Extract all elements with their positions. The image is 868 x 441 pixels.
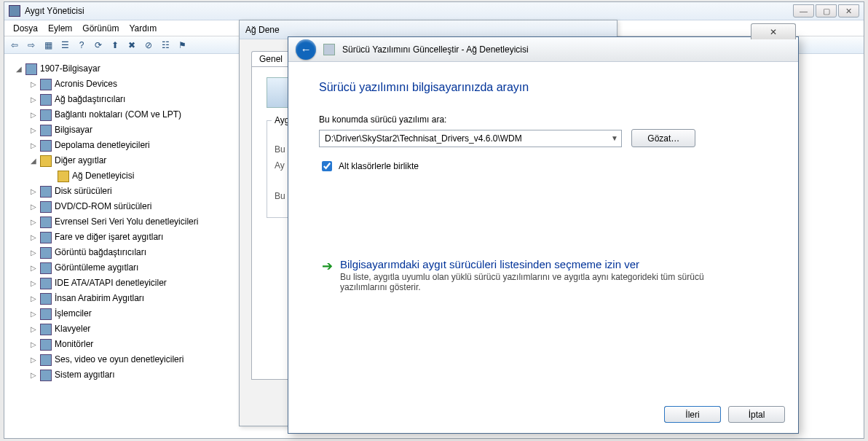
expand-icon[interactable]: ▷	[29, 356, 37, 364]
window-title: Aygıt Yöneticisi	[25, 6, 793, 16]
collapse-icon[interactable]: ◢	[15, 65, 23, 73]
subfolders-label: Alt klasörlerle birlikte	[339, 161, 419, 171]
expand-icon[interactable]: ▷	[29, 218, 37, 226]
expand-icon[interactable]: ▷	[29, 141, 37, 149]
warning-device-icon	[58, 171, 69, 182]
wizard-header: ← Sürücü Yazılımını Güncelleştir - Ağ De…	[288, 37, 798, 62]
device-icon	[40, 247, 52, 259]
expand-icon[interactable]: ▷	[29, 310, 37, 318]
subfolders-checkbox[interactable]	[322, 161, 332, 171]
menu-action[interactable]: Eylem	[48, 23, 72, 34]
option-desc: Bu liste, aygıtla uyumlu olan yüklü sürü…	[340, 272, 733, 292]
cancel-button[interactable]: İptal	[728, 406, 785, 423]
minimize-button[interactable]: —	[793, 4, 814, 17]
disable-icon[interactable]: ⊘	[143, 39, 154, 51]
expand-icon[interactable]: ▷	[29, 371, 37, 379]
devices-icon[interactable]: ☷	[159, 39, 171, 51]
computer-icon	[25, 63, 37, 75]
properties-title: Ağ Dene	[245, 25, 280, 35]
maximize-button[interactable]: ▢	[816, 4, 837, 17]
expand-icon[interactable]: ▷	[29, 80, 37, 88]
driver-path-combobox[interactable]: D:\Driver\SkyStar2\Technisat_Drivers_v4.…	[319, 130, 622, 147]
wizard-heading: Sürücü yazılımını bilgisayarınızda arayı…	[319, 81, 768, 94]
expand-icon[interactable]: ▷	[29, 294, 37, 303]
path-label: Bu konumda sürücü yazılımı ara:	[319, 114, 768, 125]
option-title: Bilgisayarımdaki aygıt sürücüleri listes…	[340, 258, 733, 270]
device-icon	[40, 339, 52, 351]
device-icon	[40, 308, 52, 320]
expand-icon[interactable]: ▷	[29, 325, 37, 333]
resources-icon[interactable]: ⚑	[176, 39, 188, 51]
expand-icon[interactable]: ▷	[29, 111, 37, 119]
device-icon	[40, 125, 52, 136]
device-icon	[40, 354, 52, 366]
device-manager-icon	[9, 5, 20, 17]
device-icon	[40, 94, 52, 106]
warning-device-icon	[40, 155, 52, 167]
device-icon	[40, 232, 52, 243]
properties-icon[interactable]: ☰	[59, 39, 71, 51]
device-icon	[40, 278, 52, 289]
browse-button[interactable]: Gözat…	[631, 129, 695, 147]
uninstall-icon[interactable]: ✖	[126, 39, 138, 51]
expand-icon[interactable]: ▷	[29, 126, 37, 134]
forward-icon[interactable]: ⇨	[25, 39, 37, 51]
pick-from-list-option[interactable]: ➔ Bilgisayarımdaki aygıt sürücüleri list…	[319, 254, 768, 297]
collapse-icon[interactable]: ◢	[29, 157, 37, 165]
titlebar: Aygıt Yöneticisi — ▢ ✕	[4, 2, 864, 20]
expand-icon[interactable]: ▷	[29, 264, 37, 272]
close-button[interactable]: ✕	[838, 4, 859, 17]
device-icon	[40, 293, 52, 305]
device-icon	[40, 324, 52, 335]
device-icon	[40, 140, 52, 152]
device-icon	[40, 216, 52, 228]
subfolders-row[interactable]: Alt klasörlerle birlikte	[319, 159, 768, 173]
device-icon	[40, 79, 52, 90]
chevron-down-icon[interactable]: ▼	[611, 134, 618, 142]
update-driver-wizard: ✕ ← Sürücü Yazılımını Güncelleştir - Ağ …	[288, 36, 799, 434]
show-hidden-icon[interactable]: ▦	[42, 39, 54, 51]
expand-icon[interactable]: ▷	[29, 187, 37, 195]
expand-icon[interactable]: ▷	[29, 249, 37, 257]
device-icon	[40, 262, 52, 274]
menu-help[interactable]: Yardım	[129, 23, 157, 34]
menu-view[interactable]: Görünüm	[82, 23, 119, 34]
expand-icon[interactable]: ▷	[29, 95, 37, 104]
arrow-right-icon: ➔	[322, 258, 333, 292]
driver-path-value: D:\Driver\SkyStar2\Technisat_Drivers_v4.…	[325, 133, 522, 144]
expand-icon[interactable]: ▷	[29, 233, 37, 241]
update-driver-icon[interactable]: ⬆	[109, 39, 121, 51]
expand-icon[interactable]: ▷	[29, 279, 37, 287]
device-icon	[40, 370, 52, 381]
menu-file[interactable]: Dosya	[13, 23, 38, 34]
device-icon	[40, 186, 52, 198]
back-icon[interactable]: ⇦	[9, 39, 20, 51]
wizard-body: Sürücü yazılımını bilgisayarınızda arayı…	[288, 62, 798, 316]
device-icon	[40, 201, 52, 213]
scan-icon[interactable]: ⟳	[92, 39, 104, 51]
wizard-icon	[323, 44, 335, 55]
wizard-close-button[interactable]: ✕	[751, 23, 796, 39]
tab-general[interactable]: Genel	[251, 51, 291, 66]
device-icon	[40, 109, 52, 121]
wizard-title: Sürücü Yazılımını Güncelleştir - Ağ Dene…	[342, 44, 529, 55]
next-button[interactable]: İleri	[664, 406, 721, 423]
help-icon[interactable]: ?	[76, 39, 87, 51]
wizard-back-button[interactable]: ←	[296, 39, 316, 60]
expand-icon[interactable]: ▷	[29, 340, 37, 348]
expand-icon[interactable]: ▷	[29, 203, 37, 211]
